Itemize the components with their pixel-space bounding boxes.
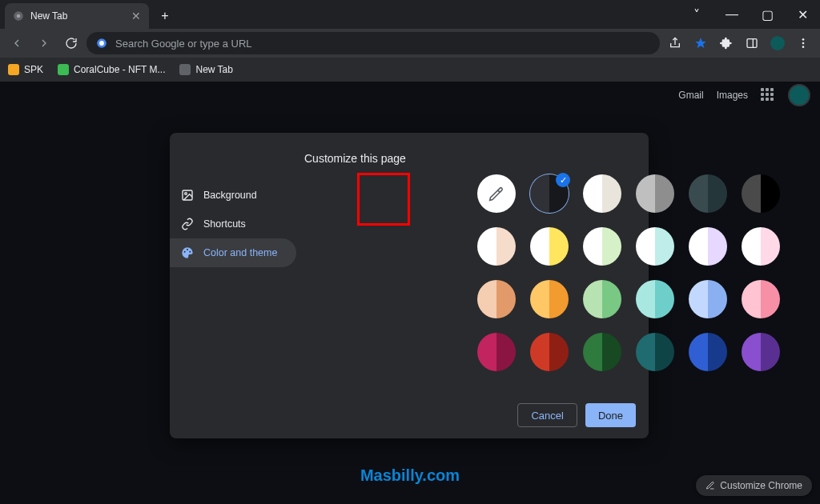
theme-swatch[interactable]	[742, 333, 780, 371]
theme-swatch[interactable]	[636, 174, 674, 213]
theme-swatch[interactable]	[530, 227, 569, 266]
bookmark-star-icon[interactable]	[689, 31, 713, 55]
svg-point-1	[17, 14, 21, 18]
window-controls: ˅ — ▢ ✕	[679, 0, 820, 29]
theme-swatch[interactable]	[530, 333, 569, 371]
close-window-button[interactable]: ✕	[785, 0, 820, 29]
customize-dialog: Customize this page BackgroundShortcutsC…	[170, 133, 649, 438]
titlebar: New Tab ✕ + ˅ — ▢ ✕	[0, 0, 820, 29]
tab-title: New Tab	[30, 10, 67, 22]
dialog-sidebar: BackgroundShortcutsColor and theme	[170, 133, 304, 438]
theme-swatch[interactable]	[477, 227, 516, 266]
page-top-links: Gmail Images	[678, 82, 810, 109]
checkmark-icon: ✓	[556, 173, 570, 187]
swatch-row	[477, 280, 801, 318]
nav-item-theme[interactable]: Color and theme	[170, 238, 296, 267]
theme-swatch[interactable]	[689, 174, 727, 213]
page-content: Gmail Images Customize this page Backgro…	[0, 82, 820, 504]
theme-swatch[interactable]	[583, 227, 621, 266]
svg-point-10	[802, 46, 805, 48]
bookmark-favicon-icon	[179, 64, 191, 75]
back-button[interactable]	[5, 31, 29, 55]
theme-swatch[interactable]	[689, 280, 727, 318]
bookmark-label: New Tab	[195, 64, 232, 75]
background-icon	[181, 189, 194, 202]
minimize-button[interactable]: —	[714, 0, 750, 29]
dialog-title: Customize this page	[304, 152, 406, 165]
svg-marker-5	[695, 38, 705, 48]
swatch-row	[477, 227, 801, 266]
menu-kebab-icon[interactable]	[791, 31, 815, 55]
theme-swatch[interactable]	[742, 227, 780, 266]
bookmark-favicon-icon	[8, 64, 19, 75]
theme-swatch[interactable]	[636, 333, 674, 371]
svg-point-3	[99, 41, 104, 46]
nav-item-label: Shortcuts	[203, 218, 246, 230]
svg-point-13	[184, 251, 186, 253]
maximize-button[interactable]: ▢	[750, 0, 785, 29]
svg-point-12	[185, 193, 187, 195]
extensions-icon[interactable]	[714, 31, 738, 55]
shortcuts-icon	[181, 218, 194, 230]
bookmark-item[interactable]: New Tab	[179, 64, 232, 75]
theme-swatch[interactable]	[477, 333, 516, 371]
chrome-favicon-icon	[13, 10, 24, 22]
bookmark-item[interactable]: CoralCube - NFT M...	[58, 64, 165, 75]
images-link[interactable]: Images	[717, 90, 748, 101]
watermark-text: Masbilly.com	[360, 466, 460, 485]
dialog-buttons: Cancel Done	[517, 403, 636, 427]
bookmark-favicon-icon	[58, 64, 69, 75]
nav-item-shortcuts[interactable]: Shortcuts	[170, 210, 296, 238]
theme-swatch[interactable]	[583, 333, 621, 371]
theme-swatch[interactable]	[742, 280, 780, 318]
theme-swatch[interactable]	[530, 280, 569, 318]
theme-swatch[interactable]	[583, 174, 621, 213]
close-tab-icon[interactable]: ✕	[131, 10, 141, 22]
pencil-icon	[705, 481, 715, 490]
theme-swatch[interactable]	[636, 280, 674, 318]
bookmarks-bar: SPKCoralCube - NFT M...New Tab	[0, 58, 820, 82]
theme-swatch[interactable]	[583, 280, 621, 318]
bookmark-item[interactable]: SPK	[8, 64, 43, 75]
theme-swatch[interactable]	[742, 174, 780, 213]
svg-point-15	[189, 251, 191, 253]
window-chevron-icon[interactable]: ˅	[679, 0, 714, 29]
share-icon[interactable]	[663, 31, 687, 55]
customize-chrome-label: Customize Chrome	[720, 480, 802, 491]
google-g-icon	[96, 38, 107, 49]
nav-item-label: Color and theme	[203, 247, 277, 258]
theme-icon	[181, 246, 194, 259]
theme-swatch[interactable]	[689, 227, 727, 266]
swatch-row	[477, 333, 801, 371]
done-button[interactable]: Done	[585, 403, 636, 427]
cancel-button[interactable]: Cancel	[517, 403, 577, 427]
bookmark-label: CoralCube - NFT M...	[74, 64, 165, 75]
browser-window: New Tab ✕ + ˅ — ▢ ✕ Search Google or typ…	[0, 0, 820, 504]
svg-point-9	[802, 42, 805, 45]
theme-swatch[interactable]	[636, 227, 674, 266]
forward-button[interactable]	[32, 31, 56, 55]
toolbar: Search Google or type a URL	[0, 29, 820, 58]
reload-button[interactable]	[59, 31, 83, 55]
swatch-row: ✓	[477, 174, 801, 213]
svg-point-8	[802, 38, 805, 41]
eyedropper-icon	[488, 186, 504, 202]
theme-swatch[interactable]: ✓	[530, 174, 569, 213]
browser-tab[interactable]: New Tab ✕	[5, 3, 149, 29]
theme-swatch[interactable]	[689, 333, 727, 371]
new-tab-button[interactable]: +	[154, 5, 176, 27]
annotation-highlight	[357, 173, 410, 226]
customize-chrome-button[interactable]: Customize Chrome	[696, 475, 812, 496]
theme-swatch[interactable]	[477, 280, 516, 318]
bookmark-label: SPK	[24, 64, 43, 75]
nav-item-background[interactable]: Background	[170, 181, 296, 210]
svg-point-14	[187, 249, 188, 250]
side-panel-icon[interactable]	[740, 31, 764, 55]
gmail-link[interactable]: Gmail	[678, 90, 703, 101]
color-picker-swatch[interactable]	[477, 174, 516, 213]
account-avatar[interactable]	[788, 84, 810, 106]
google-apps-icon[interactable]	[761, 88, 775, 102]
nav-item-label: Background	[203, 190, 257, 201]
omnibox[interactable]: Search Google or type a URL	[86, 32, 660, 54]
profile-icon[interactable]	[766, 31, 790, 55]
